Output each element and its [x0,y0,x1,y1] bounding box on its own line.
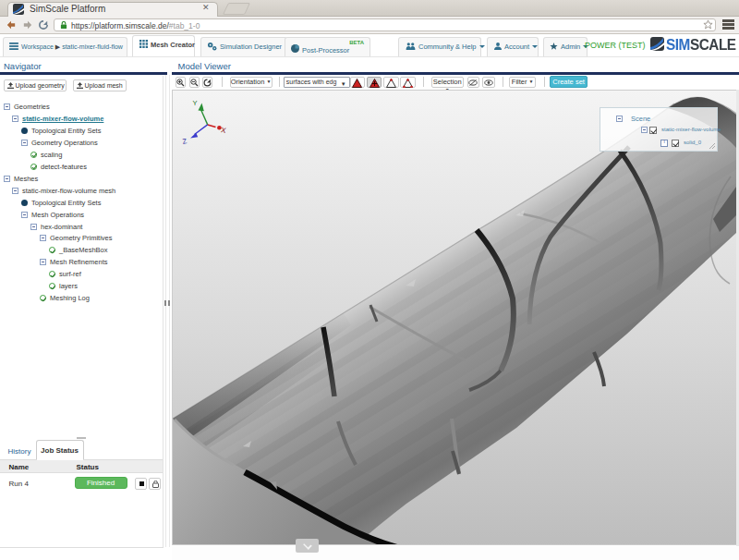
svg-text:Y: Y [193,99,198,107]
